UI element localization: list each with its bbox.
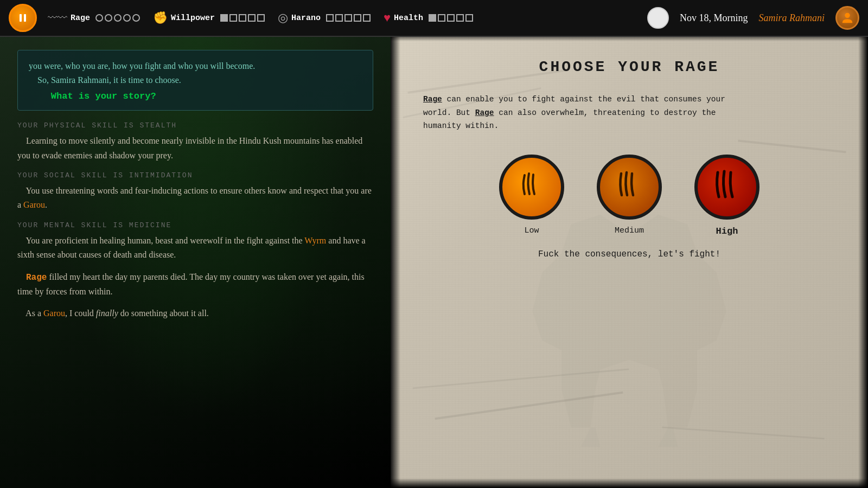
health-label: Health [394, 14, 423, 23]
skill-text-social: You use threatening words and fear-induc… [17, 184, 373, 213]
brush-border-right [858, 37, 868, 488]
pip [344, 14, 352, 22]
rage-label-low: Low [524, 226, 539, 235]
brush-border-top [391, 37, 868, 41]
dialogue-question: What is your story? [29, 91, 362, 101]
claw-high [708, 167, 746, 207]
dialogue-continuation: So, Samira Rahmani, it is time to choose… [29, 73, 362, 87]
pip [335, 14, 343, 22]
pip [132, 14, 140, 22]
pip [429, 14, 436, 22]
garou-link-2: Garou [43, 309, 65, 318]
left-panel: you were, who you are, how you fight and… [0, 37, 391, 488]
rage-circle-high[interactable] [694, 155, 760, 220]
dialogue-box: you were, who you are, how you fight and… [17, 50, 373, 111]
rage-label-medium: Medium [615, 226, 644, 235]
claw-low [513, 167, 551, 207]
finally-word: finally [96, 309, 118, 318]
harano-icon: ◎ [278, 11, 288, 25]
willpower-icon: ✊ [153, 11, 168, 25]
pip [438, 14, 445, 22]
rage-paragraph: Rage filled my heart the day my parents … [17, 270, 373, 299]
rage-circle-medium[interactable] [597, 155, 662, 220]
wyrm-link: Wyrm [304, 236, 326, 245]
pip [257, 14, 265, 22]
pip [465, 14, 473, 22]
pip [229, 14, 237, 22]
moon-icon [647, 7, 669, 29]
pip [123, 14, 131, 22]
right-panel: CHOOSE YOUR RAGE Rage can enable you to … [391, 37, 868, 488]
brush-border-bottom [391, 478, 868, 488]
pip [354, 14, 361, 22]
skill-text-physical: Learning to move silently and become nea… [17, 134, 373, 163]
stat-willpower: ✊ Willpower [153, 11, 265, 25]
topbar-right: Nov 18, Morning Samira Rahmani [647, 6, 859, 30]
panel-title: CHOOSE YOUR RAGE [423, 59, 835, 75]
rage-icon: 〰〰 [48, 12, 67, 24]
harano-pips [326, 14, 371, 22]
svg-rect-1 [24, 14, 26, 22]
pip [447, 14, 455, 22]
consequence-text: Fuck the consequences, let's fight! [423, 249, 835, 259]
pip [248, 14, 256, 22]
skill-heading-social: YOUR SOCIAL SKILL IS INTIMIDATION [17, 171, 373, 179]
svg-point-2 [845, 13, 850, 18]
pip [105, 14, 112, 22]
rage-pips [95, 14, 140, 22]
skill-heading-physical: YOUR PHYSICAL SKILL IS STEALTH [17, 121, 373, 130]
rage-label-high: High [716, 226, 738, 236]
harano-label: Harano [291, 14, 321, 23]
health-icon: ♥ [384, 11, 391, 25]
stat-health: ♥ Health [384, 11, 473, 25]
health-pips [429, 14, 473, 22]
main-content: you were, who you are, how you fight and… [0, 37, 868, 488]
rage-word-desc2: Rage [475, 108, 494, 117]
rage-description: Rage can enable you to fight against the… [423, 93, 727, 133]
willpower-pips [220, 14, 265, 22]
topbar: 〰〰 Rage ✊ Willpower ◎ Harano [0, 0, 868, 37]
player-name: Samira Rahmani [759, 12, 825, 24]
rage-word-desc1: Rage [423, 95, 442, 104]
skill-text-mental: You are proficient in healing human, bea… [17, 234, 373, 262]
rage-option-high[interactable]: High [694, 155, 760, 236]
brush-border-left [391, 37, 400, 488]
pip [239, 14, 246, 22]
stat-harano: ◎ Harano [278, 11, 371, 25]
pip [114, 14, 122, 22]
stat-rage: 〰〰 Rage [48, 12, 140, 24]
pip [326, 14, 334, 22]
pip [95, 14, 103, 22]
date-display: Nov 18, Morning [680, 12, 748, 24]
rage-option-low[interactable]: Low [499, 155, 564, 236]
pip [456, 14, 464, 22]
avatar[interactable] [835, 6, 859, 30]
rage-word-inline: Rage [26, 273, 47, 282]
svg-rect-0 [20, 14, 22, 22]
rage-option-medium[interactable]: Medium [597, 155, 662, 236]
garou-link-1: Garou [23, 200, 45, 209]
dialogue-text: you were, who you are, how you fight and… [29, 59, 362, 73]
play-button[interactable] [9, 4, 37, 32]
right-content: CHOOSE YOUR RAGE Rage can enable you to … [391, 37, 868, 281]
claw-medium [610, 167, 648, 207]
rage-label: Rage [71, 14, 90, 23]
pip [363, 14, 371, 22]
skill-heading-mental: YOUR MENTAL SKILL IS MEDICINE [17, 221, 373, 229]
rage-circle-low[interactable] [499, 155, 564, 220]
rage-options: Low [423, 155, 835, 236]
pip [220, 14, 228, 22]
willpower-label: Willpower [171, 14, 215, 23]
garou-paragraph: As a Garou, I could finally do something… [17, 306, 373, 320]
